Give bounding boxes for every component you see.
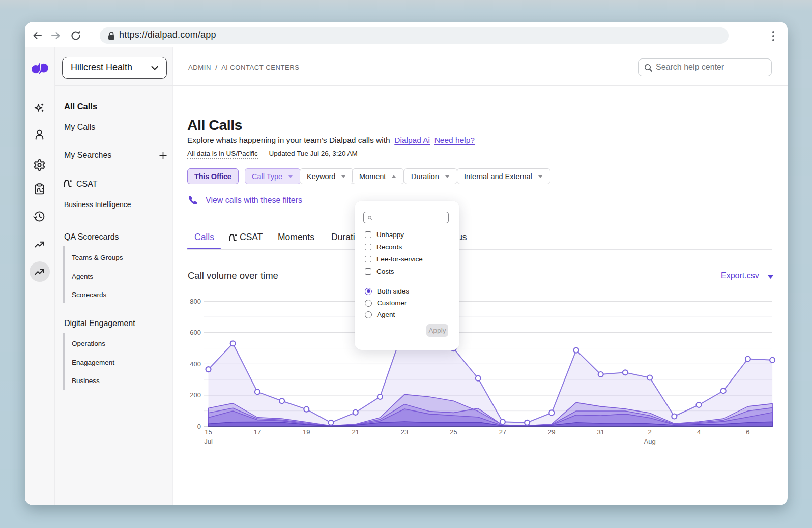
svg-text:200: 200 bbox=[190, 391, 201, 399]
svg-text:15: 15 bbox=[205, 428, 212, 436]
svg-text:0: 0 bbox=[197, 423, 201, 430]
svg-text:19: 19 bbox=[303, 428, 310, 436]
svg-text:29: 29 bbox=[548, 428, 555, 436]
svg-text:400: 400 bbox=[190, 360, 201, 368]
svg-text:23: 23 bbox=[401, 428, 408, 436]
svg-text:31: 31 bbox=[597, 428, 604, 436]
svg-text:6: 6 bbox=[746, 428, 749, 436]
svg-text:2: 2 bbox=[648, 428, 651, 436]
svg-text:27: 27 bbox=[499, 428, 506, 436]
svg-text:4: 4 bbox=[697, 428, 701, 436]
svg-text:17: 17 bbox=[254, 428, 261, 436]
svg-text:600: 600 bbox=[190, 329, 201, 336]
svg-text:25: 25 bbox=[450, 428, 457, 436]
svg-text:800: 800 bbox=[190, 298, 201, 305]
svg-text:Jul: Jul bbox=[204, 437, 213, 445]
svg-text:Aug: Aug bbox=[644, 437, 656, 445]
svg-text:21: 21 bbox=[352, 428, 359, 436]
